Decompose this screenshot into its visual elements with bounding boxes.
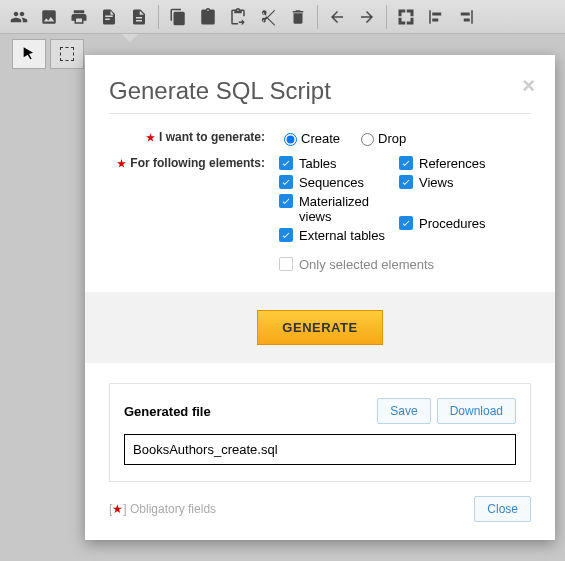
obligatory-note: [★] Obligatory fields [109, 502, 216, 516]
doc-icon[interactable] [124, 2, 154, 32]
check-sequences[interactable]: Sequences [279, 175, 364, 190]
image-icon[interactable] [34, 2, 64, 32]
align-left-icon[interactable] [421, 2, 451, 32]
check-only-selected[interactable]: Only selected elements [279, 257, 434, 272]
close-icon[interactable]: × [522, 73, 535, 99]
toolbar-indicator-arrow [122, 34, 138, 42]
elements-label: For following elements: [130, 156, 265, 170]
sql-icon[interactable] [94, 2, 124, 32]
main-toolbar [0, 0, 565, 34]
copy-icon[interactable] [163, 2, 193, 32]
generated-file-label: Generated file [124, 404, 211, 419]
paste-icon[interactable] [193, 2, 223, 32]
filename-input[interactable] [124, 434, 516, 465]
paste-special-icon[interactable] [223, 2, 253, 32]
redo-icon[interactable] [352, 2, 382, 32]
check-tables[interactable]: Tables [279, 156, 337, 171]
generate-mode-label: I want to generate: [159, 130, 265, 144]
download-button[interactable]: Download [437, 398, 516, 424]
cut-icon[interactable] [253, 2, 283, 32]
pointer-tool-button[interactable] [12, 39, 46, 69]
check-external-tables[interactable]: External tables [279, 228, 385, 243]
generate-sql-dialog: × Generate SQL Script ★I want to generat… [85, 55, 555, 540]
align-right-icon[interactable] [451, 2, 481, 32]
check-references[interactable]: References [399, 156, 485, 171]
check-procedures[interactable]: Procedures [399, 216, 485, 231]
dialog-title: Generate SQL Script [109, 77, 531, 105]
trash-icon[interactable] [283, 2, 313, 32]
check-materialized-views[interactable]: Materialized views [279, 194, 399, 224]
print-icon[interactable] [64, 2, 94, 32]
undo-icon[interactable] [322, 2, 352, 32]
close-button[interactable]: Close [474, 496, 531, 522]
users-icon[interactable] [4, 2, 34, 32]
radio-create[interactable]: Create [279, 130, 340, 146]
marquee-tool-button[interactable] [50, 39, 84, 69]
radio-drop[interactable]: Drop [356, 130, 406, 146]
save-button[interactable]: Save [377, 398, 430, 424]
generated-file-section: Generated file Save Download [109, 383, 531, 482]
check-views[interactable]: Views [399, 175, 453, 190]
generate-button[interactable]: GENERATE [257, 310, 382, 345]
expand-icon[interactable] [391, 2, 421, 32]
